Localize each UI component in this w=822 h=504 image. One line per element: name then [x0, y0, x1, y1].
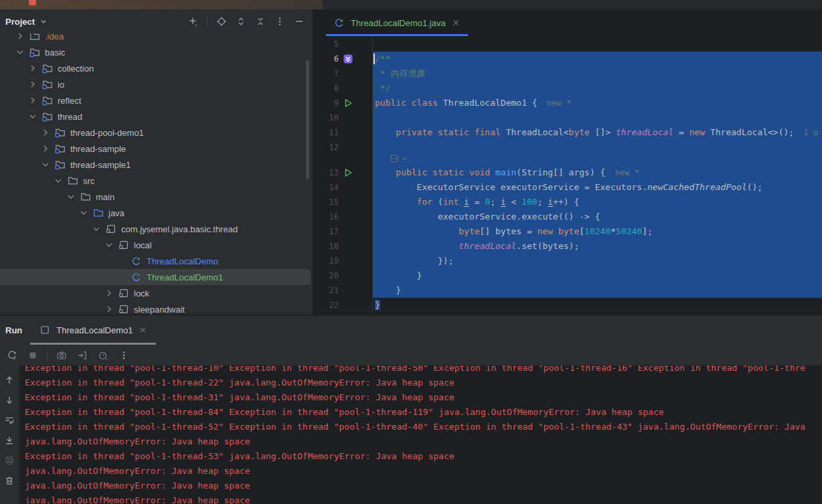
chevron-down-icon[interactable]: [15, 47, 25, 58]
chevron-down-icon[interactable]: [91, 224, 102, 234]
chevron-down-icon[interactable]: [104, 240, 114, 250]
tree-item-basic[interactable]: basic: [0, 44, 313, 60]
tree-item-threadlocaldemo[interactable]: ThreadLocalDemo: [0, 253, 313, 269]
screenshot-button[interactable]: [55, 349, 68, 362]
tree-item-label: src: [83, 176, 94, 186]
code-line-7: 7 * 内存泄露: [313, 66, 822, 81]
hide-panel-button[interactable]: [293, 15, 306, 28]
chevron-down-icon[interactable]: [66, 191, 76, 202]
tree-item-src[interactable]: src: [0, 173, 313, 189]
tree-item-collection[interactable]: collection: [0, 60, 313, 76]
code-line-19: 19 });: [313, 254, 822, 268]
run-panel: Run ThreadLocalDemo1 Exception in thread…: [0, 315, 822, 504]
folder-icon: [68, 175, 78, 186]
code-token: ExecutorService executorService = Execut…: [375, 182, 647, 192]
tree-item-reflect[interactable]: reflect: [0, 92, 313, 108]
add-button[interactable]: [186, 15, 199, 28]
chevron-right-icon[interactable]: [40, 127, 51, 138]
chevron-down-icon[interactable]: [53, 175, 64, 186]
code-text: /**: [372, 52, 822, 66]
line-number: 14: [313, 180, 339, 195]
close-run-tab-icon[interactable]: [137, 325, 148, 335]
console-output[interactable]: Exception in thread "pool-1-thread-10" E…: [20, 365, 822, 504]
inlay-hint-icon[interactable]: [375, 155, 408, 163]
code-token: i: [464, 197, 469, 207]
chevron-right-icon[interactable]: [40, 143, 51, 154]
project-view-selector[interactable]: Project: [5, 15, 50, 28]
project-panel-title: Project: [5, 17, 35, 27]
scroll-to-end-button[interactable]: [3, 434, 16, 447]
project-tree-scrollbar[interactable]: [306, 60, 309, 179]
chevron-down-icon[interactable]: [78, 207, 89, 218]
chevron-right-icon[interactable]: [104, 304, 114, 315]
tree-item-thread-sample[interactable]: thread-sample: [0, 141, 313, 157]
tree-item-thread-sample1[interactable]: thread-sample1: [0, 157, 313, 173]
project-tree: .ideabasiccollectionioreflectthreadthrea…: [0, 28, 313, 315]
scroll-up-button[interactable]: [3, 373, 16, 387]
tree-item-label: ThreadLocalDemo1: [147, 272, 223, 282]
code-token: 10240: [584, 226, 610, 236]
editor-tab-threadlocaldemo1[interactable]: ThreadLocalDemo1.java: [326, 9, 468, 36]
expand-all-button[interactable]: [234, 15, 248, 28]
tree-item-thread-pool-demo1[interactable]: thread-pool-demo1: [0, 124, 313, 141]
profiler-button[interactable]: [96, 349, 110, 362]
print-button[interactable]: [3, 454, 16, 467]
tree-item-sleepandwait[interactable]: sleepandwait: [0, 301, 313, 315]
chevron-right-icon[interactable]: [27, 79, 38, 90]
tree-item-lock[interactable]: lock: [0, 285, 313, 301]
inline-hint: new *: [538, 98, 572, 108]
code-editor[interactable]: 56/**7 * 内存泄露8 */9public class ThreadLoc…: [313, 37, 822, 315]
tree-item-com-jysemel-java-basic-thread[interactable]: com.jysemel.java.basic.thread: [0, 221, 313, 237]
code-line-9: 9public class ThreadLocalDemo1 { new *: [313, 96, 822, 110]
locate-file-button[interactable]: [215, 15, 228, 28]
tree-item-io[interactable]: io: [0, 76, 313, 92]
gutter-slot: [339, 283, 372, 298]
code-text: [372, 140, 822, 155]
tree-item-local[interactable]: local: [0, 237, 313, 253]
code-token: }: [375, 300, 380, 310]
code-line-12: 12: [313, 140, 822, 155]
more-button[interactable]: [117, 349, 131, 362]
run-gutter-icon[interactable]: [339, 165, 372, 180]
run-gutter-icon[interactable]: [339, 96, 372, 110]
scroll-down-button[interactable]: [3, 394, 16, 407]
source-folder-icon: [93, 207, 104, 218]
chevron-right-icon[interactable]: [27, 95, 38, 106]
chevron-down-icon[interactable]: [40, 159, 51, 170]
stop-button[interactable]: [26, 349, 39, 362]
code-token: ;: [490, 197, 501, 207]
rerun-button[interactable]: [5, 349, 19, 362]
editor-pane: ThreadLocalDemo1.java 56/**7 * 内存泄露8 */9…: [313, 9, 822, 315]
tree-item-threadlocaldemo1[interactable]: ThreadLocalDemo1: [0, 269, 311, 285]
chevron-down-icon: [37, 15, 50, 28]
soft-wrap-button[interactable]: [3, 414, 16, 427]
console-line: Exception in thread "pool-1-thread-52" E…: [20, 420, 822, 434]
tree-item-thread[interactable]: thread: [0, 108, 313, 124]
code-token: [459, 197, 464, 207]
code-token: int: [443, 197, 459, 207]
gutter-slot: [339, 254, 372, 268]
tree-item-java[interactable]: java: [0, 205, 313, 221]
run-tab-threadlocaldemo1[interactable]: ThreadLocalDemo1: [30, 315, 156, 345]
code-text: [372, 37, 822, 52]
tree-item-label: ThreadLocalDemo: [147, 256, 218, 266]
chevron-down-icon[interactable]: [27, 111, 38, 122]
close-tab-icon[interactable]: [450, 17, 461, 28]
collapse-all-button[interactable]: [254, 15, 267, 28]
attach-button[interactable]: [76, 349, 89, 362]
tree-item-main[interactable]: main: [0, 189, 313, 205]
bookmark-gutter-icon[interactable]: [339, 52, 372, 66]
chevron-right-icon[interactable]: [104, 288, 114, 299]
code-text: }: [372, 283, 822, 298]
console-line: Exception in thread "pool-1-thread-53" j…: [20, 449, 822, 464]
inline-hint: new *: [605, 168, 639, 177]
more-options-button[interactable]: [273, 15, 286, 28]
module-folder-icon: [42, 95, 53, 106]
run-panel-title: Run: [5, 325, 22, 335]
gutter-slot: [339, 224, 372, 239]
line-number: 21: [313, 283, 339, 298]
clear-all-button[interactable]: [3, 474, 16, 487]
code-line-6: 6/**: [313, 52, 822, 66]
code-token: ThreadLocal<: [501, 127, 569, 137]
chevron-right-icon[interactable]: [27, 63, 38, 74]
